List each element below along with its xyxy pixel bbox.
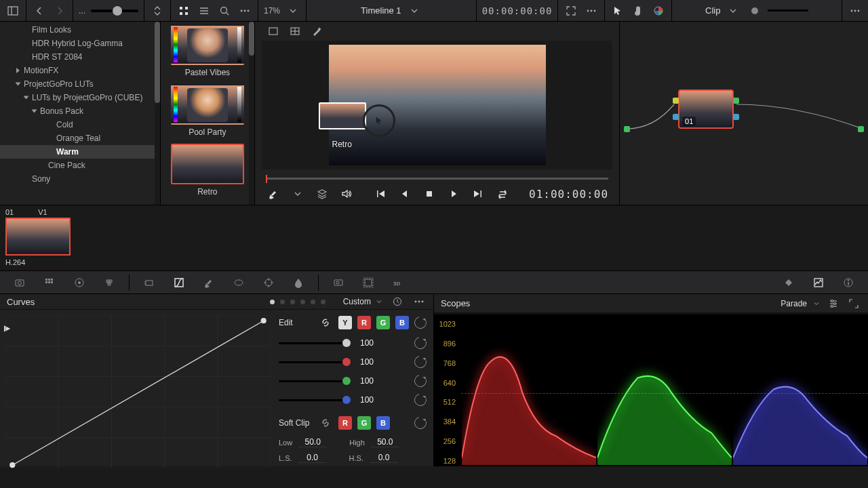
intensity-slider[interactable] xyxy=(279,380,347,382)
thumb-size-slider[interactable] xyxy=(91,9,138,12)
chevron-down-icon[interactable] xyxy=(290,186,305,201)
chevron-down-icon[interactable] xyxy=(407,3,422,18)
tree-item[interactable]: Film Looks xyxy=(0,23,160,37)
sizing-icon[interactable] xyxy=(361,275,376,290)
channel-b-button[interactable]: B xyxy=(395,316,409,329)
viewer-scrubber[interactable] xyxy=(266,172,608,186)
reset-icon[interactable] xyxy=(412,335,429,352)
intensity-value[interactable]: 100 xyxy=(352,395,374,405)
intensity-value[interactable]: 100 xyxy=(352,338,374,348)
lut-thumb[interactable] xyxy=(171,84,244,125)
pointer-tool-icon[interactable] xyxy=(610,3,625,18)
reset-icon[interactable] xyxy=(412,354,429,371)
intensity-slider[interactable] xyxy=(279,399,347,401)
channel-g-button[interactable]: G xyxy=(376,316,390,329)
reset-icon[interactable] xyxy=(412,415,429,432)
node-out-g[interactable] xyxy=(733,98,739,104)
go-last-icon[interactable] xyxy=(471,186,486,201)
node-graph[interactable]: 01 xyxy=(620,22,868,205)
link-icon[interactable] xyxy=(318,415,333,430)
lut-thumb[interactable] xyxy=(171,144,244,184)
nav-back-icon[interactable] xyxy=(32,3,47,18)
more-icon[interactable] xyxy=(584,3,599,18)
blur-icon[interactable] xyxy=(291,275,306,290)
grid-view-icon[interactable] xyxy=(176,3,191,18)
key-icon[interactable] xyxy=(331,275,346,290)
more-icon[interactable] xyxy=(412,294,427,309)
tracker-icon[interactable] xyxy=(261,275,276,290)
curve-graph[interactable]: ▶ xyxy=(5,315,271,463)
viewer-image[interactable]: Retro xyxy=(329,45,546,165)
panel-layout-icon[interactable] xyxy=(5,3,20,18)
output-connector[interactable] xyxy=(858,126,864,132)
grid-view-icon[interactable] xyxy=(288,24,302,39)
intensity-value[interactable]: 100 xyxy=(352,357,374,367)
source-connector[interactable] xyxy=(624,126,630,132)
wheels-icon[interactable] xyxy=(72,275,87,290)
picker-icon[interactable] xyxy=(266,186,281,201)
info-icon[interactable] xyxy=(841,275,856,290)
go-first-icon[interactable] xyxy=(373,186,388,201)
curves-pager[interactable] xyxy=(270,300,326,304)
clip-thumb[interactable] xyxy=(5,218,71,256)
history-icon[interactable] xyxy=(390,294,405,309)
tree-item[interactable]: LUTs by ProjectGoPro (CUBE) xyxy=(0,91,160,104)
tree-item[interactable]: Orange Teal xyxy=(0,131,160,145)
nav-fwd-icon[interactable] xyxy=(52,3,67,18)
lut-scrollbar[interactable] xyxy=(249,22,254,205)
more-icon[interactable] xyxy=(848,3,863,18)
chevron-down-icon[interactable] xyxy=(285,3,300,18)
reset-icon[interactable] xyxy=(412,373,429,390)
path-ellipsis[interactable]: ... xyxy=(79,6,85,16)
tree-item[interactable]: Warm xyxy=(0,145,160,159)
link-icon[interactable] xyxy=(318,315,333,330)
ls-value[interactable]: 0.0 xyxy=(299,453,326,463)
low-value[interactable]: 50.0 xyxy=(299,437,326,447)
list-view-icon[interactable] xyxy=(197,3,212,18)
settings-icon[interactable] xyxy=(826,296,841,311)
clip-enable-dot[interactable] xyxy=(751,7,758,14)
camera-raw-icon[interactable] xyxy=(12,275,27,290)
scopes-icon[interactable] xyxy=(811,275,826,290)
mute-audio-icon[interactable] xyxy=(339,186,354,201)
reset-icon[interactable] xyxy=(412,392,429,409)
node-in-y[interactable] xyxy=(673,98,679,104)
master-timecode[interactable]: 00:00:00:00 xyxy=(482,5,553,16)
intensity-slider[interactable] xyxy=(279,361,347,363)
clip-item[interactable]: 01V1 H.264 xyxy=(5,208,71,266)
node-01[interactable]: 01 xyxy=(678,89,734,129)
viewer-zoom[interactable]: 17% xyxy=(264,6,280,16)
tree-item[interactable]: Cold xyxy=(0,118,160,131)
softclip-b-button[interactable]: B xyxy=(376,416,390,430)
lut-thumb[interactable] xyxy=(171,24,244,65)
loop-icon[interactable] xyxy=(495,186,510,201)
expand-viewer-icon[interactable] xyxy=(564,3,578,18)
qualifier-icon[interactable] xyxy=(201,275,216,290)
tree-item[interactable]: Cine Pack xyxy=(0,159,160,172)
intensity-value[interactable]: 100 xyxy=(352,376,374,386)
softclip-r-button[interactable]: R xyxy=(338,416,352,430)
softclip-g-button[interactable]: G xyxy=(357,416,371,430)
expand-icon[interactable] xyxy=(846,296,861,311)
stop-icon[interactable] xyxy=(422,186,437,201)
keyframe-nav-icon[interactable] xyxy=(781,275,796,290)
parade-scope[interactable]: 1023896768640512384256128 xyxy=(434,314,868,466)
tree-item[interactable]: ProjectGoPro LUTs xyxy=(0,77,160,91)
timeline-name[interactable]: Timeline 1 xyxy=(361,5,401,16)
reset-icon[interactable] xyxy=(412,314,429,331)
tree-item[interactable]: HDR Hybrid Log-Gamma xyxy=(0,37,160,50)
color-match-icon[interactable] xyxy=(42,275,57,290)
motion-icon[interactable] xyxy=(142,275,157,290)
clip-blend-slider[interactable] xyxy=(768,9,808,12)
sidebar-scrollbar[interactable] xyxy=(155,22,160,205)
hs-value[interactable]: 0.0 xyxy=(370,453,397,463)
tree-item[interactable]: HDR ST 2084 xyxy=(0,50,160,64)
tree-item[interactable]: MotionFX xyxy=(0,64,160,77)
curves-mode-select[interactable]: Custom xyxy=(343,297,383,306)
color-wheel-icon[interactable] xyxy=(651,3,666,18)
tree-item[interactable]: Sony xyxy=(0,172,160,186)
3d-icon[interactable]: 3D xyxy=(391,275,406,290)
rgb-mixer-icon[interactable] xyxy=(102,275,117,290)
node-in-c[interactable] xyxy=(673,114,679,120)
chevron-down-icon[interactable] xyxy=(726,3,741,18)
